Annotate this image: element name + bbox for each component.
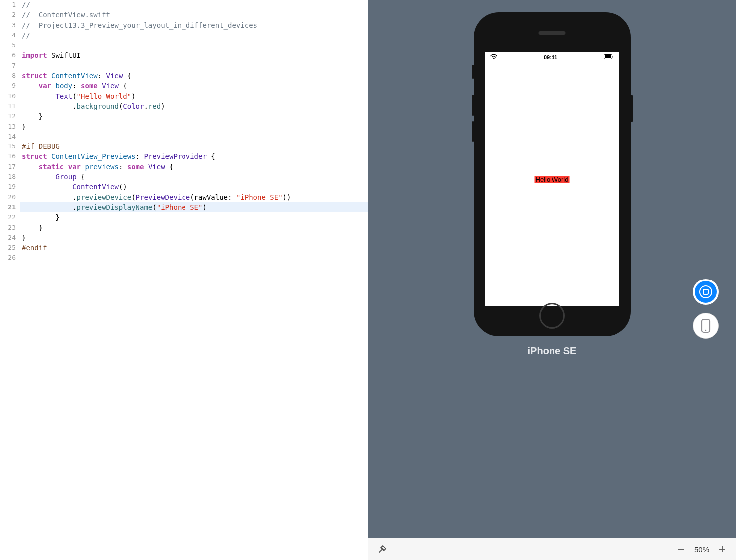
phone-mute-switch [472, 65, 474, 79]
device-frame: 09:41 Hello World [474, 12, 631, 336]
line-number: 9 [0, 81, 16, 91]
line-number: 26 [0, 253, 16, 263]
code-line[interactable]: import SwiftUI [20, 50, 368, 60]
code-area[interactable]: //// ContentView.swift// Project13.3_Pre… [20, 0, 368, 263]
code-line[interactable]: } [20, 223, 368, 233]
status-bar: 09:41 [485, 52, 619, 62]
preview-toolbar: 50% [368, 538, 736, 560]
zoom-in-button[interactable] [718, 545, 726, 553]
code-editor[interactable]: 1234567891011121314151617181920212223242… [0, 0, 368, 560]
code-line[interactable]: ContentView() [20, 182, 368, 192]
device-screen[interactable]: 09:41 Hello World [485, 52, 619, 306]
code-line[interactable]: Text("Hello World") [20, 91, 368, 101]
svg-rect-1 [605, 55, 611, 58]
svg-rect-2 [613, 56, 614, 58]
hello-world-text: Hello World [535, 176, 570, 183]
line-number: 23 [0, 223, 16, 233]
line-number: 4 [0, 30, 16, 40]
line-number: 16 [0, 151, 16, 161]
line-number: 6 [0, 50, 16, 60]
pin-icon[interactable] [378, 545, 387, 554]
code-line[interactable]: .background(Color.red) [20, 101, 368, 111]
phone-speaker [539, 31, 566, 35]
phone-volume-up [472, 95, 474, 116]
code-line[interactable]: } [20, 212, 368, 222]
code-line[interactable]: static var previews: some View { [20, 162, 368, 172]
code-line[interactable] [20, 61, 368, 71]
line-number: 13 [0, 122, 16, 132]
code-line[interactable]: Group { [20, 172, 368, 182]
code-line[interactable]: } [20, 233, 368, 243]
code-line[interactable]: .previewDisplayName("iPhone SE") [20, 202, 368, 212]
code-line[interactable]: #endif [20, 243, 368, 253]
line-number-gutter: 1234567891011121314151617181920212223242… [0, 0, 20, 263]
svg-point-3 [700, 286, 712, 298]
code-line[interactable]: // ContentView.swift [20, 10, 368, 20]
code-line[interactable]: // [20, 0, 368, 10]
phone-home-button [539, 303, 565, 329]
status-time: 09:41 [544, 54, 557, 60]
line-number: 1 [0, 0, 16, 10]
code-line[interactable]: } [20, 111, 368, 121]
code-line[interactable] [20, 132, 368, 141]
phone-volume-down [472, 121, 474, 142]
line-number: 7 [0, 61, 16, 71]
line-number: 10 [0, 91, 16, 101]
code-line[interactable] [20, 40, 368, 50]
preview-on-device-button[interactable] [693, 313, 719, 339]
battery-icon [604, 54, 614, 60]
line-number: 11 [0, 101, 16, 111]
svg-rect-4 [703, 289, 708, 294]
zoom-level[interactable]: 50% [694, 545, 709, 554]
line-number: 5 [0, 40, 16, 50]
svg-point-6 [705, 330, 707, 331]
line-number: 12 [0, 111, 16, 121]
code-line[interactable]: // [20, 30, 368, 40]
device-label: iPhone SE [528, 345, 577, 357]
line-number: 21 [0, 202, 16, 212]
wifi-icon [490, 54, 497, 60]
line-number: 15 [0, 141, 16, 151]
zoom-out-button[interactable] [677, 545, 685, 553]
line-number: 22 [0, 212, 16, 222]
code-line[interactable]: // Project13.3_Preview_your_layout_in_di… [20, 20, 368, 30]
app-content: Hello World [535, 175, 570, 183]
code-line[interactable]: } [20, 122, 368, 132]
preview-pane: 09:41 Hello World iPhone SE [368, 0, 736, 560]
line-number: 2 [0, 10, 16, 20]
line-number: 3 [0, 20, 16, 30]
code-line[interactable]: struct ContentView_Previews: PreviewProv… [20, 151, 368, 161]
line-number: 20 [0, 192, 16, 202]
line-number: 25 [0, 243, 16, 253]
line-number: 14 [0, 132, 16, 141]
line-number: 18 [0, 172, 16, 182]
live-preview-button[interactable] [693, 279, 719, 305]
code-line[interactable] [20, 253, 368, 263]
code-line[interactable]: #if DEBUG [20, 141, 368, 151]
code-line[interactable]: .previewDevice(PreviewDevice(rawValue: "… [20, 192, 368, 202]
code-line[interactable]: var body: some View { [20, 81, 368, 91]
code-line[interactable]: struct ContentView: View { [20, 71, 368, 81]
phone-power-button [630, 95, 633, 122]
preview-canvas[interactable]: 09:41 Hello World iPhone SE [368, 0, 736, 538]
line-number: 19 [0, 182, 16, 192]
line-number: 24 [0, 233, 16, 243]
line-number: 17 [0, 162, 16, 172]
line-number: 8 [0, 71, 16, 81]
